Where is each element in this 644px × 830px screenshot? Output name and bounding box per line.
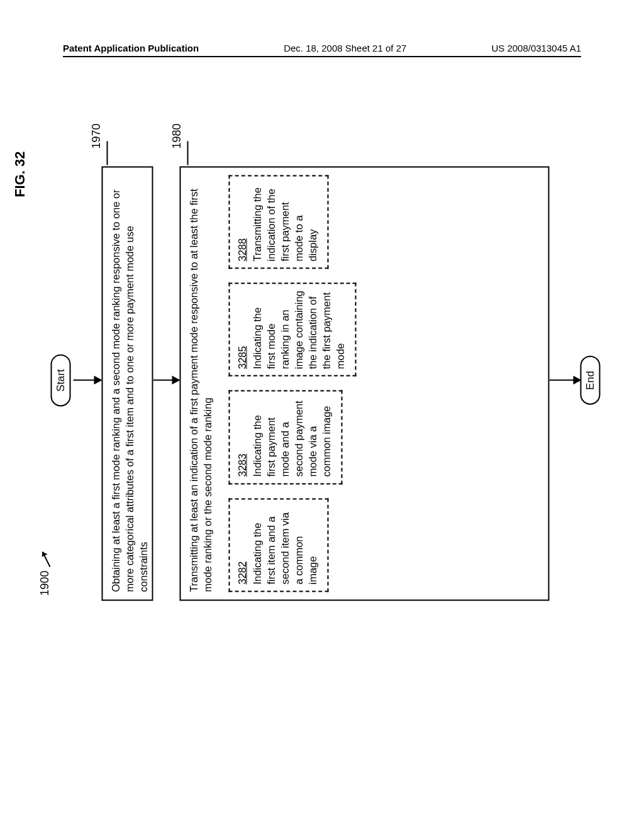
substep-3288-num: 3288 — [236, 238, 250, 262]
step-1980-intro: Transmitting at least an indication of a… — [187, 175, 215, 592]
substep-3285: 3285 Indicating the first mode ranking i… — [229, 283, 357, 377]
ref-1980: 1980 — [170, 124, 184, 149]
end-node: End — [580, 356, 601, 405]
leader-line — [187, 141, 189, 165]
substep-3283-text: Indicating the first payment mode and a … — [251, 401, 331, 477]
figure-label: FIG. 32 — [12, 152, 28, 197]
step-1970-box: Obtaining at least a first mode ranking … — [102, 167, 153, 601]
substep-3285-num: 3285 — [236, 346, 250, 369]
step-1970-text: Obtaining at least a first mode ranking … — [110, 189, 149, 592]
figure-32: FIG. 32 1900 Start 1970 Obtaining at lea… — [33, 140, 599, 621]
header-center: Dec. 18, 2008 Sheet 21 of 27 — [284, 43, 406, 53]
header-left: Patent Application Publication — [63, 43, 199, 53]
substep-3288-text: Transmitting the indication of the first… — [251, 187, 318, 262]
start-node: Start — [51, 354, 71, 407]
flowchart-number-arrow-icon — [40, 547, 53, 568]
substep-3282: 3282 Indicating the first item and a sec… — [229, 498, 329, 592]
header-right: US 2008/0313045 A1 — [491, 43, 581, 53]
substep-3285-text: Indicating the first mode ranking in an … — [251, 290, 345, 369]
substep-3282-text: Indicating the first item and a second i… — [251, 512, 318, 585]
flowchart-number: 1900 — [38, 570, 52, 595]
ref-1970: 1970 — [90, 124, 103, 149]
substep-3282-num: 3282 — [236, 562, 250, 585]
sub-steps-container: 3282 Indicating the first item and a sec… — [229, 175, 540, 592]
page-header: Patent Application Publication Dec. 18, … — [63, 43, 581, 57]
substep-3288: 3288 Transmitting the indication of the … — [229, 175, 329, 269]
substep-3283: 3283 Indicating the first payment mode a… — [229, 390, 343, 484]
leader-line — [107, 141, 108, 165]
substep-3283-num: 3283 — [236, 454, 250, 477]
step-1980-box: Transmitting at least an indication of a… — [180, 167, 550, 601]
